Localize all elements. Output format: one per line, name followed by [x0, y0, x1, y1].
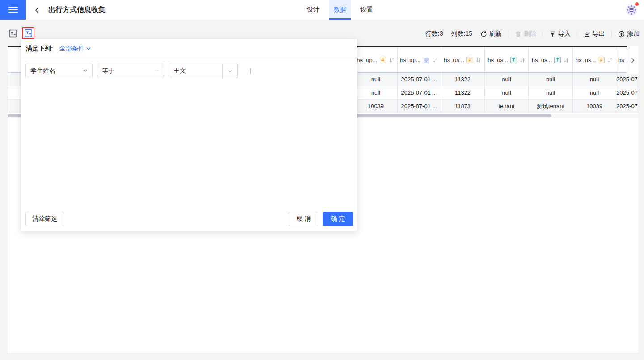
table-cell[interactable]: 2025-07-01 ...	[398, 73, 441, 86]
tab-data[interactable]: 数据	[329, 0, 351, 20]
table-cell[interactable]: 2025-07	[616, 73, 638, 86]
add-condition-button[interactable]	[245, 66, 256, 76]
hamburger-icon	[8, 7, 18, 8]
import-icon	[549, 31, 556, 38]
table-cell[interactable]: null	[485, 73, 529, 86]
table-cell[interactable]: tenant	[485, 100, 529, 113]
divider	[611, 31, 612, 37]
table-cell[interactable]: 11322	[441, 73, 485, 86]
avatar[interactable]	[625, 4, 638, 16]
column-header[interactable]: hs_us... #	[573, 47, 616, 72]
page-title: 出行方式信息收集	[48, 5, 106, 15]
chevron-down-icon	[154, 68, 159, 73]
sort-icon[interactable]	[607, 57, 613, 63]
cancel-button[interactable]: 取 消	[289, 212, 318, 226]
filter-popup-footer: 清除筛选 取 消 确 定	[25, 212, 353, 226]
add-button[interactable]: 添加	[618, 30, 640, 38]
field-select[interactable]: 学生姓名	[25, 64, 93, 78]
table-cell[interactable]: 2025-07-01 ...	[398, 86, 441, 99]
chevron-down-icon	[83, 68, 88, 73]
sort-icon[interactable]	[519, 57, 525, 63]
filter-popup: 满足下列: 全部条件 学生姓名 等于 王文 清除筛选 取 消 确 定	[21, 39, 357, 231]
confirm-button[interactable]: 确 定	[323, 212, 353, 226]
scroll-columns-right-button[interactable]	[627, 46, 638, 74]
text-field-icon	[8, 29, 18, 38]
column-count: 列数:15	[451, 30, 472, 38]
value-select[interactable]: 王文	[169, 64, 238, 78]
filter-button-highlighted[interactable]	[22, 27, 34, 39]
table-view-toolbar-right: 行数:3 列数:15 刷新 删除 导入 导出 添加	[425, 26, 640, 42]
table-cell[interactable]: null	[573, 86, 616, 99]
plus-icon	[247, 67, 254, 75]
chevron-down-icon	[86, 46, 91, 51]
column-header[interactable]: hs_up...	[398, 47, 441, 72]
table-cell[interactable]: 10039	[573, 100, 616, 113]
export-icon	[584, 31, 590, 38]
table-cell[interactable]: 2025-07	[616, 100, 638, 113]
refresh-icon	[480, 31, 487, 38]
chevron-down-icon	[228, 69, 233, 74]
sort-icon[interactable]	[389, 57, 395, 63]
filter-condition-row: 学生姓名 等于 王文	[21, 58, 357, 78]
import-button[interactable]: 导入	[549, 30, 571, 38]
number-type-icon: #	[466, 57, 473, 63]
divider	[577, 31, 577, 37]
sort-icon[interactable]	[432, 57, 438, 63]
table-view-toolbar-left	[8, 27, 34, 39]
table-cell[interactable]: 2025-07	[616, 86, 638, 99]
export-button[interactable]: 导出	[584, 30, 605, 38]
column-header[interactable]: hs_us... T	[485, 47, 529, 72]
match-mode-dropdown[interactable]: 全部条件	[59, 45, 91, 53]
divider	[542, 31, 543, 37]
trash-icon	[515, 31, 521, 38]
table-cell[interactable]: null	[529, 86, 573, 99]
clear-filter-button[interactable]: 清除筛选	[25, 212, 64, 226]
plus-circle-icon	[618, 31, 625, 38]
table-cell[interactable]: null	[529, 73, 573, 86]
notification-dot	[635, 2, 639, 6]
refresh-button[interactable]: 刷新	[480, 30, 502, 38]
table-cell[interactable]: 2025-07-01 ...	[398, 100, 441, 113]
chevron-right-icon	[630, 58, 636, 63]
date-type-icon	[423, 57, 430, 63]
number-type-icon: #	[380, 57, 386, 63]
text-type-icon: T	[510, 57, 517, 63]
row-count: 行数:3	[425, 30, 443, 38]
delete-button[interactable]: 删除	[515, 30, 536, 38]
table-cell[interactable]: 测试tenant	[529, 100, 573, 113]
text-filter-icon	[24, 29, 33, 38]
table-cell[interactable]: null	[485, 86, 529, 99]
tab-settings[interactable]: 设置	[356, 0, 377, 20]
filter-popup-header: 满足下列: 全部条件	[21, 39, 357, 58]
tab-design[interactable]: 设计	[302, 0, 324, 20]
hamburger-icon	[8, 9, 18, 11]
table-cell[interactable]: 10039	[354, 100, 398, 113]
table-cell[interactable]: 11873	[441, 100, 485, 113]
chevron-left-icon	[33, 6, 41, 14]
column-header[interactable]: hs_us... #	[441, 47, 485, 72]
sort-icon[interactable]	[475, 57, 482, 63]
text-type-icon: T	[554, 57, 561, 63]
divider	[508, 31, 508, 37]
top-bar: 出行方式信息收集 设计 数据 设置	[0, 0, 644, 20]
number-type-icon: #	[598, 57, 605, 63]
field-display-button[interactable]	[8, 28, 18, 39]
operator-select[interactable]: 等于	[97, 64, 164, 78]
table-cell[interactable]: null	[354, 73, 398, 86]
match-label: 满足下列:	[26, 45, 53, 53]
table-cell[interactable]: null	[573, 73, 616, 86]
column-header[interactable]: hs_us... T	[529, 47, 573, 72]
value-select-arrow[interactable]	[222, 64, 237, 78]
table-cell[interactable]: null	[354, 86, 398, 99]
back-button[interactable]	[33, 6, 41, 14]
table-cell[interactable]: 11322	[441, 86, 485, 99]
view-tabs: 设计 数据 设置	[302, 0, 383, 20]
column-header[interactable]: hs_up... #	[354, 47, 398, 72]
hamburger-icon	[8, 12, 18, 13]
hamburger-menu-button[interactable]	[0, 0, 26, 20]
sort-icon[interactable]	[563, 57, 569, 63]
